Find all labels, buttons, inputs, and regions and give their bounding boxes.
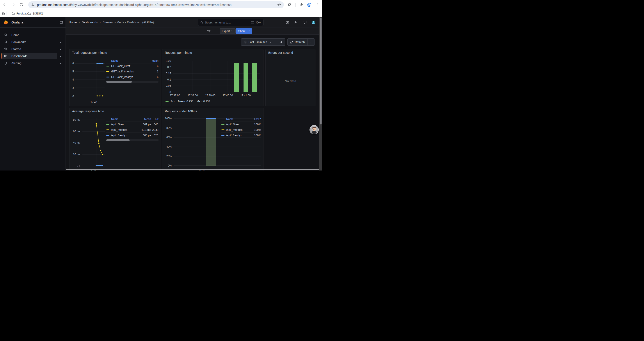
- svg-text:4: 4: [72, 78, 74, 81]
- sidebar-item-alerting[interactable]: Alerting: [0, 60, 66, 67]
- breadcrumb-item[interactable]: Freeleaps Metrics Dashboard (ALPHA): [102, 21, 154, 24]
- legend-swatch: [222, 129, 224, 130]
- legend-series-name[interactable]: 2xx: [170, 100, 175, 103]
- chevron-down-icon[interactable]: [59, 48, 62, 51]
- chevron-down-icon[interactable]: [59, 41, 62, 44]
- share-button[interactable]: Share: [236, 28, 248, 34]
- chevron-down-icon[interactable]: [59, 55, 62, 58]
- legend-series-name[interactable]: GET /api/_/readyz: [111, 76, 133, 79]
- sidebar-item-home[interactable]: Home: [0, 31, 66, 38]
- help-icon[interactable]: [286, 21, 289, 24]
- legend-series-name[interactable]: /api/_/livez: [226, 123, 239, 126]
- browser-toolbar: grafana.mathmast.com/d/deytv4rwavabkb/fr…: [0, 0, 322, 10]
- sidebar-item-dashboards[interactable]: Dashboards: [0, 53, 66, 60]
- legend-row[interactable]: /api/_/livez661 µs646 µs: [106, 122, 158, 127]
- legend-line[interactable]: 2xxMean: 0.233Max: 0.233: [166, 100, 210, 103]
- svg-text:40%: 40%: [166, 145, 172, 148]
- profile-icon[interactable]: [307, 3, 312, 7]
- sidebar-item-label: Starred: [12, 47, 21, 51]
- back-icon[interactable]: [3, 3, 7, 7]
- time-range-picker[interactable]: Last 5 minutes: [241, 39, 277, 46]
- menu-dots-icon[interactable]: [316, 3, 320, 7]
- svg-text:0 s: 0 s: [77, 164, 80, 167]
- address-bar[interactable]: grafana.mathmast.com/d/deytv4rwavabkb/fr…: [28, 1, 284, 8]
- dashboard-canvas: Last 5 minutes Refresh: [66, 35, 322, 171]
- legend-row[interactable]: GET /api/_/readyz6: [106, 74, 158, 80]
- legend-value: 2: [149, 70, 158, 73]
- share-menu-button[interactable]: [248, 28, 252, 34]
- sidebar-item-bookmarks[interactable]: Bookmarks: [0, 38, 66, 46]
- legend-series-name[interactable]: /api/_/readyz: [226, 134, 242, 137]
- horizontal-scrollbar[interactable]: [66, 169, 322, 170]
- apps-grid-icon[interactable]: [2, 12, 6, 15]
- legend-row[interactable]: /api/_/metrics100%: [222, 127, 261, 133]
- breadcrumb: Home›Dashboards›Freeleaps Metrics Dashbo…: [69, 17, 154, 27]
- chart-request-per-minute[interactable]: 0.250.20.150.10.05017:37:0017:38:0017:39…: [162, 49, 264, 106]
- legend-row[interactable]: /api/_/readyz605 µs620 µs: [106, 133, 158, 138]
- export-button[interactable]: Export: [220, 28, 236, 34]
- scrollbar-thumb[interactable]: [320, 18, 322, 124]
- legend-scrollbar[interactable]: [106, 139, 158, 141]
- extensions-icon[interactable]: [288, 3, 292, 7]
- chevron-down-icon: [310, 41, 312, 43]
- brand-name[interactable]: Grafana: [12, 21, 23, 24]
- news-rss-icon[interactable]: [294, 21, 298, 24]
- favorite-star-icon[interactable]: [207, 29, 211, 33]
- legend-row[interactable]: /api/_/readyz100%: [222, 133, 261, 138]
- time-controls: Last 5 minutes: [241, 38, 286, 46]
- site-settings-icon[interactable]: [31, 3, 35, 7]
- forward-icon[interactable]: [11, 3, 15, 7]
- breadcrumb-item[interactable]: Dashboards: [82, 21, 98, 24]
- downloads-icon[interactable]: [300, 3, 304, 7]
- collapse-sidebar-icon[interactable]: [60, 21, 63, 24]
- user-avatar[interactable]: [312, 21, 315, 24]
- panel-title[interactable]: Total requests per minute: [72, 51, 107, 55]
- search-shortcut: ⌘+k: [251, 21, 261, 24]
- legend-header: NameMean: [106, 58, 158, 63]
- sidebar-item-label: Dashboards: [12, 55, 28, 58]
- legend-series-name[interactable]: /api/_/metrics: [226, 128, 242, 131]
- bookmarks-bar: Freeleaps收藏博客: [0, 10, 322, 17]
- legend-series-name[interactable]: /api/_/metrics: [111, 128, 127, 131]
- chevron-down-icon[interactable]: [59, 62, 62, 65]
- refresh-controls: Refresh: [287, 38, 315, 46]
- legend-row[interactable]: GET /api/_/metrics2: [106, 69, 158, 74]
- legend-scrollbar[interactable]: [106, 81, 158, 83]
- legend-row[interactable]: /api/_/livez100%: [222, 122, 261, 127]
- legend-series-name[interactable]: /api/_/readyz: [111, 134, 127, 137]
- no-data-message: No data: [266, 79, 315, 83]
- legend-swatch: [106, 66, 110, 67]
- legend-value: 605 µs: [138, 134, 151, 137]
- keyboard-icon: [251, 21, 254, 24]
- chevron-down-icon: [231, 30, 234, 32]
- sidebar-item-label: Bookmarks: [12, 40, 26, 44]
- panel-title[interactable]: Requests under 100ms: [165, 110, 197, 113]
- panel-title[interactable]: Average response time: [72, 110, 104, 113]
- panel-average-response-time: Average response time 80 ms60 ms40 ms20 …: [69, 108, 160, 171]
- refresh-interval-button[interactable]: [307, 39, 314, 46]
- refresh-button[interactable]: Refresh: [288, 39, 307, 46]
- legend-series-name[interactable]: /api/_/livez: [111, 123, 124, 126]
- legend-series-name[interactable]: GET /api/_/livez: [111, 65, 130, 68]
- breadcrumb-item[interactable]: Home: [69, 21, 77, 24]
- breadcrumb-separator: ›: [79, 21, 80, 24]
- bookmarks-divider: [6, 12, 7, 16]
- monitor-icon[interactable]: [303, 21, 307, 24]
- page-scrollbar[interactable]: [319, 17, 322, 171]
- legend-series-name[interactable]: GET /api/_/metrics: [111, 70, 134, 73]
- bookmark-star-icon[interactable]: [277, 3, 281, 7]
- star-icon: [4, 47, 8, 51]
- sidebar-item-starred[interactable]: Starred: [0, 46, 66, 53]
- reload-icon[interactable]: [19, 3, 24, 7]
- bookmark-item[interactable]: 收藏博客: [26, 11, 45, 16]
- svg-text:0.05: 0.05: [166, 84, 171, 87]
- legend-row[interactable]: /api/_/metrics40.1 ms20.5 ms: [106, 127, 158, 133]
- grafana-logo-icon[interactable]: [3, 20, 8, 25]
- panel-title[interactable]: Errors per second: [268, 51, 293, 55]
- legend-row[interactable]: GET /api/_/livez6: [106, 63, 158, 69]
- panel-title[interactable]: Request per minute: [165, 51, 192, 55]
- zoom-out-button[interactable]: [277, 39, 285, 46]
- assistant-avatar[interactable]: [310, 125, 319, 134]
- search-input[interactable]: Search or jump to... ⌘+k: [198, 19, 264, 26]
- toolbar-divider: [296, 3, 296, 7]
